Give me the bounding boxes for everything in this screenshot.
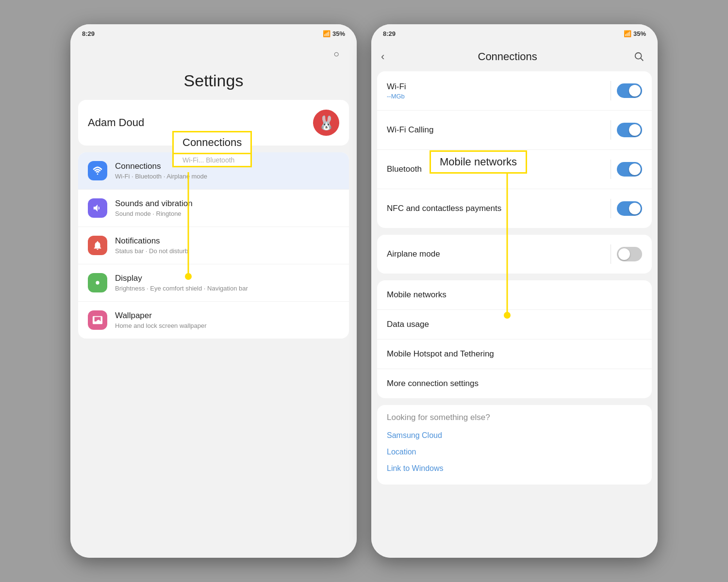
separator-1 [371, 228, 658, 235]
display-title: Display [115, 274, 339, 283]
back-button[interactable]: ‹ [381, 50, 384, 63]
looking-section: Looking for something else? Samsung Clou… [377, 405, 652, 485]
conn-item-mobile-networks[interactable]: Mobile networks [377, 280, 652, 310]
sounds-icon [88, 198, 107, 218]
display-icon [88, 273, 107, 292]
link-to-windows-link[interactable]: Link to Windows [387, 460, 642, 477]
signal-left: 📶 35% [323, 30, 345, 37]
time-left: 8:29 [82, 30, 95, 37]
conn-item-more-connections[interactable]: More connection settings [377, 369, 652, 398]
hotspot-text: Mobile Hotspot and Tethering [387, 349, 642, 359]
bluetooth-divider [611, 160, 611, 179]
more-connections-text: More connection settings [387, 379, 642, 388]
conn-item-data-usage[interactable]: Data usage [377, 310, 652, 340]
notifications-subtitle: Status bar · Do not disturb [115, 247, 339, 255]
wallpaper-icon [88, 310, 107, 330]
avatar: 🐰 [313, 110, 339, 136]
airplane-toggle[interactable] [617, 247, 642, 261]
wifi-divider [611, 81, 611, 100]
wifi-calling-title: Wi-Fi Calling [387, 125, 605, 135]
svg-point-3 [635, 53, 642, 59]
conn-item-wifi-calling[interactable]: Wi-Fi Calling [377, 111, 652, 150]
conn-item-wifi[interactable]: Wi-Fi --MGb [377, 71, 652, 111]
settings-item-sounds[interactable]: Sounds and vibration Sound mode · Ringto… [78, 190, 349, 227]
connections-header: ‹ Connections [371, 40, 658, 71]
settings-item-notifications[interactable]: Notifications Status bar · Do not distur… [78, 227, 349, 264]
settings-list: Connections Wi-Fi · Bluetooth · Airplane… [78, 152, 349, 339]
data-usage-title: Data usage [387, 320, 642, 329]
hotspot-title: Mobile Hotspot and Tethering [387, 349, 642, 359]
page-title: Settings [70, 66, 357, 100]
search-icon-right[interactable] [630, 48, 648, 65]
notifications-title: Notifications [115, 236, 339, 246]
nfc-divider [611, 199, 611, 218]
svg-point-0 [96, 281, 99, 284]
wifi-calling-text: Wi-Fi Calling [387, 125, 605, 135]
status-bar-right: 8:29 📶 35% [371, 24, 658, 40]
mobile-networks-title: Mobile networks [387, 290, 642, 300]
annotation-connections-sub: Wi-Fi... Bluetooth [172, 154, 252, 167]
nfc-toggle[interactable] [617, 201, 642, 216]
wallpaper-title: Wallpaper [115, 311, 339, 321]
wifi-subtitle: --MGb [387, 93, 605, 100]
toggle-items-list: Wi-Fi --MGb Wi-Fi Calling [377, 71, 652, 228]
conn-item-nfc[interactable]: NFC and contactless payments [377, 189, 652, 228]
nfc-text: NFC and contactless payments [387, 204, 605, 213]
nfc-title: NFC and contactless payments [387, 204, 605, 213]
time-right: 8:29 [383, 30, 396, 37]
airplane-title: Airplane mode [387, 249, 605, 259]
looking-title: Looking for something else? [387, 413, 642, 422]
notifications-text: Notifications Status bar · Do not distur… [115, 236, 339, 255]
annotation-connections: Connections [172, 131, 252, 154]
connections-icon [88, 161, 107, 180]
connections-page-title: Connections [478, 50, 537, 63]
profile-name: Adam Doud [88, 116, 144, 129]
svg-line-4 [641, 58, 643, 61]
wifi-text: Wi-Fi --MGb [387, 82, 605, 100]
notifications-icon [88, 236, 107, 255]
settings-search-area: ○ [70, 40, 357, 66]
sounds-title: Sounds and vibration [115, 199, 339, 209]
wifi-title: Wi-Fi [387, 82, 605, 92]
more-connections-title: More connection settings [387, 379, 642, 388]
wallpaper-subtitle: Home and lock screen wallpaper [115, 322, 339, 329]
display-text: Display Brightness · Eye comfort shield … [115, 274, 339, 292]
airplane-section: Airplane mode [377, 235, 652, 274]
status-bar-left: 8:29 📶 35% [70, 24, 357, 40]
separator-2 [371, 274, 658, 280]
wallpaper-text: Wallpaper Home and lock screen wallpaper [115, 311, 339, 329]
airplane-divider [611, 244, 611, 264]
settings-item-wallpaper[interactable]: Wallpaper Home and lock screen wallpaper [78, 302, 349, 339]
wifi-toggle[interactable] [617, 83, 642, 98]
sounds-text: Sounds and vibration Sound mode · Ringto… [115, 199, 339, 217]
conn-item-hotspot[interactable]: Mobile Hotspot and Tethering [377, 340, 652, 369]
signal-right: 📶 35% [624, 30, 646, 37]
wifi-calling-divider [611, 120, 611, 140]
search-icon[interactable]: ○ [328, 45, 345, 63]
annotation-mobile-networks: Mobile networks [430, 150, 527, 174]
bluetooth-toggle[interactable] [617, 162, 642, 177]
data-usage-text: Data usage [387, 320, 642, 329]
display-subtitle: Brightness · Eye comfort shield · Naviga… [115, 285, 339, 292]
sounds-subtitle: Sound mode · Ringtone [115, 210, 339, 217]
list-items-section: Mobile networks Data usage Mobile Hotspo… [377, 280, 652, 398]
settings-item-display[interactable]: Display Brightness · Eye comfort shield … [78, 264, 349, 302]
location-link[interactable]: Location [387, 444, 642, 460]
samsung-cloud-link[interactable]: Samsung Cloud [387, 427, 642, 444]
conn-item-airplane[interactable]: Airplane mode [377, 235, 652, 274]
mobile-networks-text: Mobile networks [387, 290, 642, 300]
airplane-text: Airplane mode [387, 249, 605, 259]
wifi-calling-toggle[interactable] [617, 123, 642, 137]
connections-subtitle: Wi-Fi · Bluetooth · Airplane mode [115, 173, 339, 180]
